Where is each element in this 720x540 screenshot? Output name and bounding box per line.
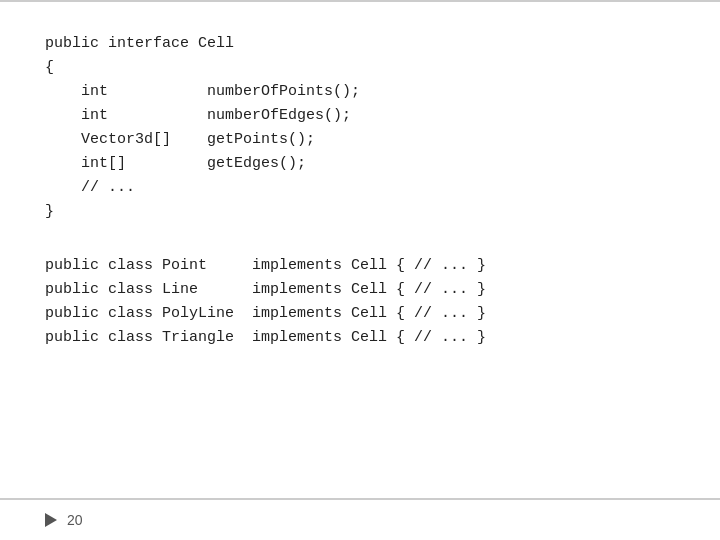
footer: 20 xyxy=(0,500,720,540)
slide: public interface Cell { int numberOfPoin… xyxy=(0,0,720,540)
content-area: public interface Cell { int numberOfPoin… xyxy=(0,2,720,500)
play-icon xyxy=(45,513,57,527)
bottom-border xyxy=(0,498,720,500)
class-code-block: public class Point implements Cell { // … xyxy=(45,254,675,350)
slide-number: 20 xyxy=(67,512,83,528)
interface-code-block: public interface Cell { int numberOfPoin… xyxy=(45,32,675,224)
